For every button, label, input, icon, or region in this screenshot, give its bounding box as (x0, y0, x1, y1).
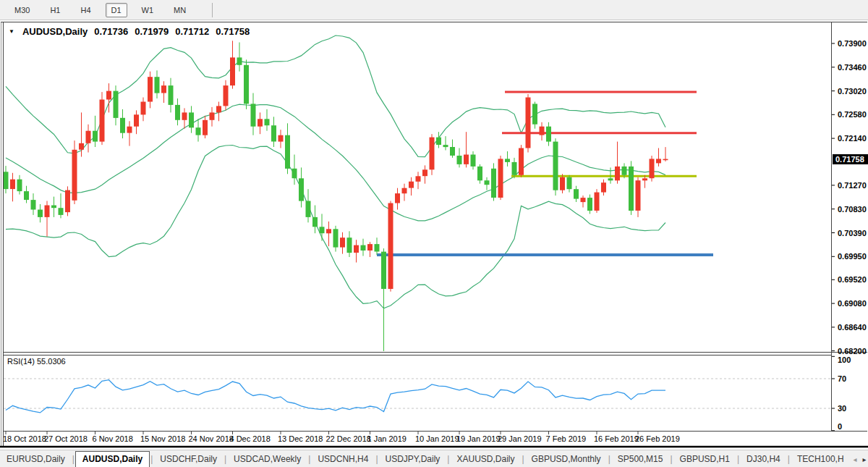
candle-up (141, 102, 146, 115)
candle-up (595, 193, 600, 211)
chart-tab-audusd-daily[interactable]: AUDUSD,Daily (75, 451, 150, 467)
candle-down (485, 180, 490, 185)
tab-separator: | (670, 454, 672, 464)
candle-down (120, 118, 125, 133)
chart-tab-usdcad-weekly[interactable]: USDCAD,Weekly (227, 453, 307, 466)
candle-down (31, 200, 36, 209)
candle-up (72, 150, 77, 201)
candle-down (553, 142, 558, 190)
rsi-tick-label: 0 (838, 422, 842, 431)
candle-down (471, 155, 476, 167)
date-tick-label[interactable]: 10 Jan 2019 (415, 434, 459, 443)
date-tick-label[interactable]: 16 Feb 2019 (594, 434, 639, 443)
candle-down (574, 189, 579, 198)
date-tick-label[interactable]: 4 Dec 2018 (230, 434, 271, 443)
candle-up (498, 159, 503, 198)
rsi-value: 55.0306 (37, 357, 66, 366)
bollinger-upper-band (6, 35, 665, 157)
candle-up (79, 143, 84, 150)
candle-down (292, 169, 297, 178)
tab-scroll-arrows: ◂▸ (851, 455, 868, 463)
candle-down (587, 198, 592, 211)
candle-up (161, 85, 166, 93)
candle-down (169, 85, 174, 105)
candle-down (436, 138, 441, 145)
price-tick-label: 0.72580 (838, 110, 867, 119)
chart-tab-eurusd-daily[interactable]: EURUSD,Daily (0, 453, 72, 466)
candle-up (10, 180, 15, 189)
candle-down (361, 245, 366, 251)
date-tick-label[interactable]: 29 Jan 2019 (498, 434, 542, 443)
candle-down (512, 162, 517, 175)
chart-tab-gbpusd-h1[interactable]: GBPUSD,H1 (673, 453, 736, 466)
candle-down (59, 208, 64, 215)
rsi-name: RSI(14) (7, 357, 35, 366)
rsi-tick-label: 100 (838, 355, 851, 364)
date-tick-label[interactable]: 18 Oct 2018 (3, 434, 46, 443)
tab-scroll-left-icon[interactable]: ◂ (851, 455, 860, 463)
candle-down (175, 105, 180, 120)
tab-separator: | (308, 454, 310, 464)
date-tick-label[interactable]: 24 Nov 2018 (189, 434, 234, 443)
date-tick-label[interactable]: 19 Jan 2019 (456, 434, 501, 443)
tab-separator: | (788, 454, 790, 464)
candle-up (416, 176, 421, 182)
rsi-tick-label: 70 (838, 374, 846, 383)
candle-up (560, 177, 565, 190)
ohlc-close: 0.71758 (216, 26, 250, 37)
candle-down (244, 65, 249, 104)
tab-scroll-right-icon[interactable]: ▸ (860, 455, 868, 463)
date-tick-label[interactable]: 27 Oct 2018 (44, 434, 88, 443)
symbol-dropdown-icon[interactable]: ▼ (9, 28, 14, 35)
candle-up (601, 182, 606, 192)
price-chart-canvas: 0.739000.734600.730200.725800.721400.712… (0, 0, 868, 467)
tab-separator: | (737, 454, 739, 464)
chart-tab-usdchf-daily[interactable]: USDCHF,Daily (153, 453, 224, 466)
candle-up (106, 91, 111, 100)
chart-tab-gbpusd-monthly[interactable]: GBPUSD,Monthly (525, 453, 608, 466)
tab-separator: | (224, 454, 226, 464)
chart-tab-dj30-h4[interactable]: DJ30,H4 (740, 453, 787, 466)
chart-tab-tech100-h[interactable]: TECH100,H (791, 453, 851, 466)
candle-down (306, 201, 311, 217)
tab-separator: | (72, 454, 75, 464)
candle-up (464, 155, 469, 164)
price-tick-label: 0.73460 (838, 63, 867, 72)
date-tick-label[interactable]: 26 Feb 2019 (635, 434, 680, 443)
candle-down (251, 104, 256, 126)
candle-up (65, 190, 70, 213)
candle-up (326, 229, 331, 233)
candle-up (354, 245, 359, 253)
date-tick-label[interactable]: 1 Jan 2019 (367, 434, 407, 443)
candle-up (402, 188, 407, 194)
chart-tab-usdjpy-daily[interactable]: USDJPY,Daily (379, 453, 447, 466)
candle-down (38, 210, 43, 217)
candle-up (540, 127, 545, 135)
candle-up (86, 131, 91, 143)
candle-up (210, 112, 215, 119)
date-tick-label[interactable]: 15 Nov 2018 (140, 434, 185, 443)
rsi-indicator-label: RSI(14) 55.0306 (7, 357, 66, 366)
candle-down (629, 167, 634, 211)
chart-tab-sp500-m15[interactable]: SP500,M15 (611, 453, 670, 466)
chart-tab-usdcnh-h4[interactable]: USDCNH,H4 (311, 453, 375, 466)
current-price-badge: 0.71758 (833, 154, 868, 164)
candle-up (395, 193, 400, 203)
date-tick-label[interactable]: 13 Dec 2018 (278, 434, 323, 443)
chart-symbol-label: AUDUSD,Daily (22, 26, 88, 37)
candle-down (567, 177, 572, 189)
candle-down (17, 180, 22, 191)
price-tick-label: 0.69520 (838, 275, 867, 284)
date-tick-label[interactable]: 22 Dec 2018 (326, 434, 371, 443)
price-tick-label: 0.68640 (838, 323, 867, 332)
date-tick-label[interactable]: 6 Nov 2018 (93, 434, 133, 443)
price-tick-label: 0.69080 (838, 299, 867, 308)
price-tick-label: 0.69950 (838, 252, 867, 261)
candle-up (656, 159, 661, 163)
date-tick-label[interactable]: 7 Feb 2019 (546, 434, 587, 443)
rsi-tick-label: 30 (838, 404, 846, 413)
chart-tab-xauusd-daily[interactable]: XAUUSD,Daily (450, 453, 521, 466)
candle-down (532, 104, 537, 124)
candle-down (347, 237, 352, 253)
candle-up (367, 244, 373, 251)
